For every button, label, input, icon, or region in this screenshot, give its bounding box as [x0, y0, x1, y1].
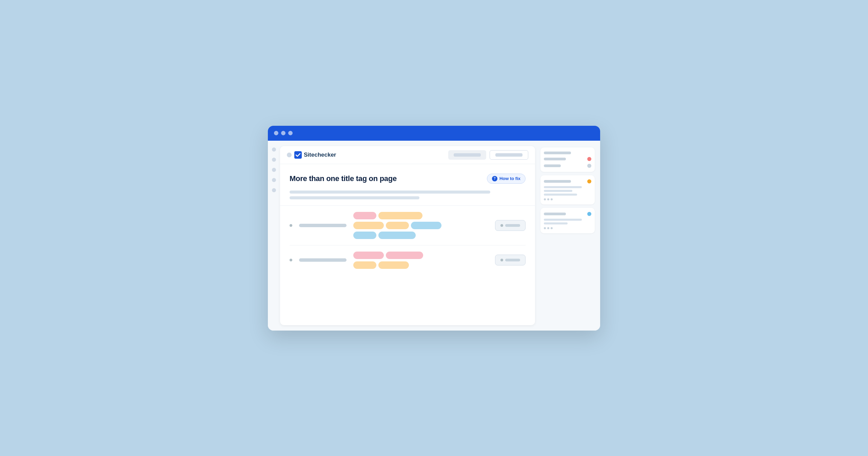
- issue-title: More than one title tag on page: [290, 174, 397, 183]
- traffic-light-yellow: [281, 131, 285, 135]
- sidebar-group-3: [540, 208, 595, 233]
- mini-dot-3-1: [544, 227, 546, 229]
- sidebar-dot-blue: [587, 212, 591, 216]
- left-sidebar: [268, 141, 280, 331]
- tags-area-2: [353, 252, 488, 269]
- row-label-1: [299, 224, 347, 227]
- logo-check: Sitechecker: [294, 151, 336, 159]
- issue-header: More than one title tag on page ? How to…: [290, 174, 526, 184]
- header-buttons: [448, 150, 528, 160]
- row-action-button-2[interactable]: [495, 255, 526, 265]
- header-button-2[interactable]: [490, 150, 528, 160]
- sidebar-dot-gray-1: [587, 164, 591, 168]
- ssb-2-1: [544, 186, 582, 188]
- desc-line-2: [290, 196, 419, 199]
- browser-content: Sitechecker: [268, 141, 600, 331]
- sidebar-mini-row-2: [544, 198, 591, 200]
- tag-pink-sm-1: [353, 212, 376, 219]
- ssb-2-3: [544, 194, 577, 196]
- ssb-3-2: [544, 222, 568, 224]
- sitechecker-logo-icon: [294, 151, 302, 159]
- sidebar-bar-1-3: [544, 164, 561, 167]
- action-dot-1: [500, 224, 503, 227]
- sidebar-bar-1-2: [544, 158, 566, 160]
- table-row-2: [290, 245, 526, 275]
- mini-dot-2-3: [551, 198, 553, 200]
- sidebar-dot-red: [587, 157, 591, 161]
- sidebar-row-1-3: [544, 164, 591, 168]
- sidebar-bar-3-1: [544, 213, 566, 215]
- mini-dot-2-1: [544, 198, 546, 200]
- sidebar-bar-2-1: [544, 180, 571, 183]
- logo-circle: [287, 153, 292, 157]
- tag-blue-md-1: [411, 222, 441, 229]
- tag-orange-sm-2: [353, 261, 376, 269]
- tags-row-1-3: [353, 232, 488, 239]
- how-to-fix-label: How to fix: [499, 176, 520, 181]
- description-lines: [290, 191, 526, 199]
- action-bar-2: [505, 259, 520, 261]
- sidebar-row-3-1: [544, 212, 591, 216]
- logo-text: Sitechecker: [304, 152, 336, 158]
- traffic-light-red: [274, 131, 278, 135]
- sidebar-bar-1-1: [544, 152, 571, 154]
- tag-orange-md-1: [353, 222, 384, 229]
- nav-dot-5: [272, 188, 276, 192]
- sidebar-sub-bars-3: [544, 219, 591, 224]
- btn2-placeholder: [495, 153, 522, 157]
- center-panel: Sitechecker: [280, 146, 535, 325]
- nav-dot-4: [272, 178, 276, 182]
- ssb-2-2: [544, 190, 572, 192]
- tag-orange-sm-1: [386, 222, 409, 229]
- tags-row-2-1: [353, 252, 488, 259]
- sidebar-mini-row-3: [544, 227, 591, 229]
- sidebar-row-2-1: [544, 179, 591, 183]
- help-icon: ?: [492, 176, 497, 181]
- svg-rect-0: [294, 151, 302, 159]
- tag-pink-md-2: [353, 252, 384, 259]
- mini-dot-2-2: [547, 198, 549, 200]
- ssb-3-1: [544, 219, 582, 221]
- tags-row-2-2: [353, 261, 488, 269]
- tag-blue-sm-1: [353, 232, 376, 239]
- btn1-placeholder: [454, 153, 481, 157]
- sidebar-sub-bars-2: [544, 186, 591, 196]
- desc-line-1: [290, 191, 490, 194]
- app-header: Sitechecker: [280, 146, 535, 164]
- sidebar-group-2: [540, 175, 595, 204]
- nav-dot-2: [272, 158, 276, 162]
- tag-orange-xl-1: [378, 212, 422, 219]
- row-bullet-1: [290, 224, 292, 227]
- panel-body: More than one title tag on page ? How to…: [280, 164, 535, 282]
- action-bar-1: [505, 224, 520, 227]
- tags-area-1: [353, 212, 488, 239]
- table-row-1: [290, 206, 526, 245]
- action-dot-2: [500, 259, 503, 261]
- header-button-1[interactable]: [448, 150, 486, 160]
- logo-area: Sitechecker: [287, 151, 336, 159]
- row-action-button-1[interactable]: [495, 220, 526, 231]
- mini-dot-3-2: [547, 227, 549, 229]
- row-label-2: [299, 258, 347, 262]
- browser-window: Sitechecker: [268, 126, 600, 331]
- browser-titlebar: [268, 126, 600, 141]
- tag-orange-md-2: [378, 261, 409, 269]
- tags-row-1-1: [353, 212, 488, 219]
- tags-row-1-2: [353, 222, 488, 229]
- sidebar-group-1: [540, 147, 595, 172]
- tag-pink-lg-2: [386, 252, 423, 259]
- main-area: Sitechecker: [280, 141, 600, 331]
- nav-dot-1: [272, 147, 276, 152]
- traffic-light-green: [288, 131, 293, 135]
- mini-dot-3-3: [551, 227, 553, 229]
- sidebar-row-1-2: [544, 157, 591, 161]
- tag-blue-lg-1: [378, 232, 416, 239]
- sidebar-row-1-1: [544, 152, 591, 154]
- right-sidebar: [540, 146, 595, 325]
- sidebar-dot-orange: [587, 179, 591, 183]
- nav-dot-3: [272, 168, 276, 172]
- how-to-fix-button[interactable]: ? How to fix: [487, 174, 526, 184]
- row-bullet-2: [290, 259, 292, 261]
